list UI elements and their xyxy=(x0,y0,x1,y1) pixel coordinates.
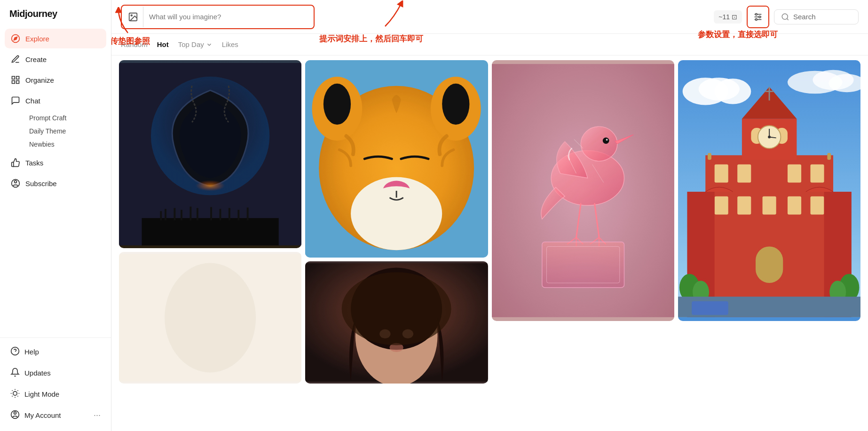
svg-point-68 xyxy=(602,137,609,144)
svg-line-18 xyxy=(17,391,18,391)
sidebar-item-light-mode-label: Light Mode xyxy=(24,390,59,398)
svg-line-30 xyxy=(787,18,788,20)
gallery-item[interactable] xyxy=(305,60,488,258)
svg-rect-45 xyxy=(247,208,249,220)
image-count: ~11 ⊡ xyxy=(714,10,742,24)
global-search[interactable]: Search xyxy=(774,9,859,24)
gallery-item[interactable] xyxy=(678,60,860,321)
svg-rect-4 xyxy=(16,81,19,84)
sidebar-item-updates[interactable]: Updates xyxy=(5,363,106,383)
gallery-area xyxy=(111,55,868,431)
svg-rect-43 xyxy=(229,208,230,220)
sidebar-item-light-mode[interactable]: Light Mode xyxy=(5,384,106,404)
main-content: 上传垫图参照 提示词安排上，然后回车即可 ~11 xyxy=(111,0,868,431)
gallery-column-4 xyxy=(678,60,860,384)
header-right: ~11 ⊡ 参数设置，直接选即可 xyxy=(714,6,859,28)
sidebar-item-create-label: Create xyxy=(25,55,47,63)
sidebar-sub-prompt-craft[interactable]: Prompt Craft xyxy=(25,111,106,125)
filter-top-day[interactable]: Top Day xyxy=(178,39,213,50)
svg-rect-5 xyxy=(12,81,15,84)
svg-rect-103 xyxy=(756,246,783,283)
filter-bar: Random Hot Top Day Likes xyxy=(111,34,868,55)
sidebar-item-tasks[interactable]: Tasks xyxy=(5,153,106,172)
svg-point-47 xyxy=(165,263,256,373)
svg-rect-92 xyxy=(714,196,728,215)
gallery-item[interactable] xyxy=(492,60,674,321)
chat-icon xyxy=(10,95,21,106)
sidebar-item-create[interactable]: Create xyxy=(5,49,106,69)
gallery-grid xyxy=(119,60,860,384)
filter-random[interactable]: Random xyxy=(121,39,148,50)
svg-rect-72 xyxy=(542,242,624,288)
svg-rect-89 xyxy=(737,165,751,183)
bell-icon xyxy=(10,368,20,378)
gallery-item[interactable] xyxy=(305,261,488,384)
svg-rect-3 xyxy=(16,77,19,79)
settings-button[interactable] xyxy=(748,7,768,27)
svg-rect-93 xyxy=(737,196,751,215)
svg-rect-42 xyxy=(220,209,221,220)
svg-rect-44 xyxy=(237,210,239,220)
filter-likes[interactable]: Likes xyxy=(222,39,238,50)
svg-point-20 xyxy=(14,412,16,414)
sidebar-item-chat-label: Chat xyxy=(25,97,40,105)
svg-rect-38 xyxy=(181,210,182,220)
sidebar-item-organize[interactable]: Organize xyxy=(5,70,106,90)
svg-rect-39 xyxy=(189,207,191,220)
svg-rect-40 xyxy=(197,208,198,220)
thumbsup-icon xyxy=(10,157,21,168)
sidebar-sub-daily-theme[interactable]: Daily Theme xyxy=(25,125,106,138)
svg-rect-90 xyxy=(788,165,801,183)
gallery-column-1 xyxy=(119,60,301,384)
account-more-icon[interactable]: ··· xyxy=(94,410,101,420)
search-input[interactable] xyxy=(143,7,313,27)
svg-rect-94 xyxy=(762,196,776,215)
svg-point-26 xyxy=(756,13,758,15)
sidebar-item-help[interactable]: Help xyxy=(5,342,106,362)
chat-sub-items: Prompt Craft Daily Theme Newbies xyxy=(5,111,106,151)
image-upload-button[interactable] xyxy=(123,7,143,27)
svg-point-27 xyxy=(759,16,761,18)
sidebar-bottom: Help Updates Light Mode xyxy=(0,337,111,431)
svg-point-64 xyxy=(342,272,451,345)
person-circle-icon xyxy=(10,178,21,188)
sidebar: Midjourney Explore Create xyxy=(0,0,111,431)
compass-icon xyxy=(10,33,21,44)
sidebar-sub-newbies[interactable]: Newbies xyxy=(25,138,106,151)
svg-point-67 xyxy=(581,126,617,161)
svg-rect-111 xyxy=(692,301,728,315)
svg-rect-96 xyxy=(810,196,824,215)
sun-icon xyxy=(10,389,20,400)
chevron-down-icon xyxy=(206,41,213,48)
app-logo: Midjourney xyxy=(0,0,111,27)
gallery-column-2 xyxy=(305,60,488,384)
svg-rect-88 xyxy=(714,165,728,183)
sidebar-item-updates-label: Updates xyxy=(24,369,51,377)
svg-line-13 xyxy=(12,391,13,391)
svg-rect-36 xyxy=(165,209,166,220)
header: 上传垫图参照 提示词安排上，然后回车即可 ~11 xyxy=(111,0,868,34)
sidebar-item-explore-label: Explore xyxy=(25,35,49,43)
svg-marker-1 xyxy=(14,37,17,40)
svg-point-10 xyxy=(13,392,17,395)
svg-line-17 xyxy=(12,396,13,396)
svg-rect-113 xyxy=(827,153,831,160)
svg-rect-34 xyxy=(142,218,279,245)
gallery-item[interactable] xyxy=(119,252,301,384)
sidebar-item-subscribe[interactable]: Subscribe xyxy=(5,173,106,193)
sidebar-item-chat[interactable]: Chat xyxy=(5,91,106,110)
svg-point-54 xyxy=(442,84,469,125)
count-value: ~11 xyxy=(718,13,730,21)
sidebar-item-account[interactable]: My Account ··· xyxy=(5,405,106,425)
search-icon xyxy=(781,13,789,21)
svg-point-28 xyxy=(756,18,758,20)
filter-hot[interactable]: Hot xyxy=(157,39,169,50)
svg-point-33 xyxy=(174,168,246,195)
search-label: Search xyxy=(793,13,816,21)
svg-rect-95 xyxy=(788,196,801,215)
question-icon xyxy=(10,346,20,357)
gallery-item[interactable] xyxy=(119,60,301,248)
svg-rect-2 xyxy=(12,77,15,79)
sidebar-item-help-label: Help xyxy=(24,348,39,356)
sidebar-item-explore[interactable]: Explore xyxy=(5,29,106,48)
